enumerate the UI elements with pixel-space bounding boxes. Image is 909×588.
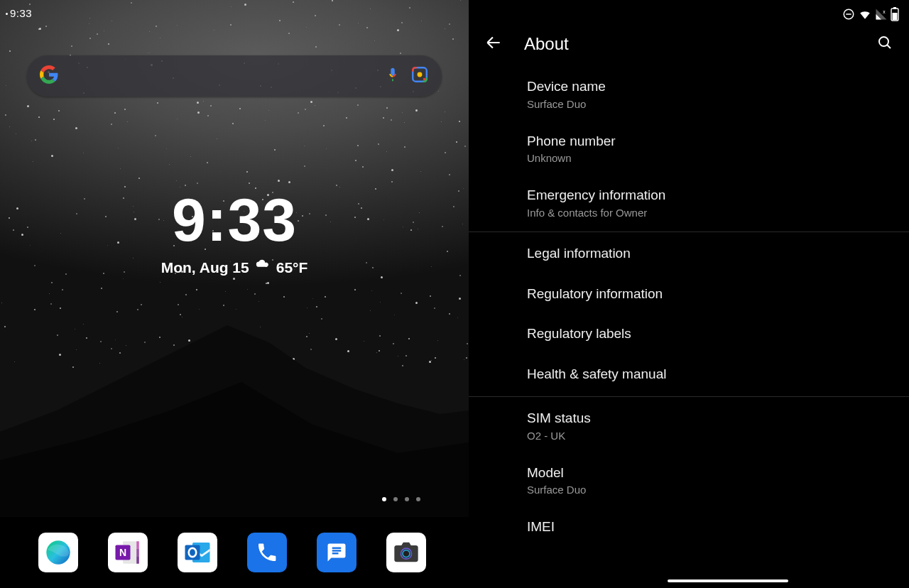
- settings-about-screen: x About Device nameSurface DuoPhone numb…: [469, 0, 909, 588]
- settings-item[interactable]: Phone numberUnknown: [469, 121, 909, 176]
- page-dot: [416, 497, 420, 501]
- page-dot: [405, 497, 409, 501]
- page-title: About: [524, 34, 569, 54]
- svg-rect-5: [136, 541, 139, 549]
- settings-item[interactable]: IMEI: [469, 507, 909, 548]
- search-button[interactable]: [876, 34, 893, 54]
- svg-point-23: [879, 37, 888, 46]
- weather-icon: [255, 258, 271, 277]
- voice-search-icon[interactable]: [385, 67, 401, 85]
- settings-item-title: Regulatory labels: [527, 325, 909, 343]
- signal-icon: x: [875, 8, 888, 21]
- settings-item[interactable]: Device nameSurface Duo: [469, 67, 909, 121]
- page-dot: [393, 497, 398, 501]
- settings-item-title: IMEI: [527, 518, 909, 536]
- svg-line-24: [887, 45, 891, 48]
- settings-item-title: SIM status: [527, 410, 909, 428]
- statusbar-time: 9:33: [10, 7, 32, 19]
- settings-item-subtitle: Info & contacts for Owner: [527, 207, 909, 219]
- clock-time: 9:33: [0, 185, 469, 255]
- google-search-bar[interactable]: [27, 55, 442, 97]
- camera-app-icon[interactable]: [386, 533, 426, 572]
- settings-item-subtitle: O2 - UK: [527, 430, 909, 442]
- status-notification-dot: [6, 13, 8, 15]
- svg-rect-22: [893, 13, 898, 20]
- settings-item[interactable]: Regulatory information: [469, 274, 909, 315]
- svg-rect-7: [136, 556, 139, 564]
- settings-item-title: Emergency information: [527, 187, 909, 205]
- settings-item-title: Health & safety manual: [527, 366, 909, 383]
- onenote-app-icon[interactable]: N: [108, 533, 148, 572]
- wifi-icon: [858, 8, 872, 21]
- settings-item-title: Regulatory information: [527, 285, 909, 303]
- clock-widget[interactable]: 9:33 Mon, Aug 15 65°F: [0, 185, 469, 277]
- settings-item[interactable]: Health & safety manual: [469, 354, 909, 395]
- back-button[interactable]: [484, 33, 503, 55]
- settings-item[interactable]: SIM statusO2 - UK: [469, 398, 909, 453]
- settings-item[interactable]: Regulatory labels: [469, 314, 909, 354]
- svg-rect-6: [136, 549, 139, 557]
- settings-item[interactable]: ModelSurface Duo: [469, 453, 909, 508]
- statusbar-right: x: [842, 7, 899, 21]
- gesture-nav-bar[interactable]: [668, 579, 788, 582]
- settings-item[interactable]: Emergency informationInfo & contacts for…: [469, 175, 909, 230]
- settings-item[interactable]: Legal information: [469, 234, 909, 274]
- settings-item-subtitle: Unknown: [527, 152, 909, 164]
- divider: [469, 396, 909, 397]
- battery-icon: [891, 7, 899, 21]
- divider: [469, 232, 909, 232]
- clock-temp: 65°F: [276, 259, 308, 276]
- settings-item-title: Model: [527, 464, 909, 482]
- edge-app-icon[interactable]: [38, 533, 78, 572]
- outlook-app-icon[interactable]: [178, 533, 217, 572]
- dnd-icon: [842, 8, 855, 21]
- svg-text:N: N: [119, 547, 126, 558]
- svg-text:x: x: [883, 9, 886, 14]
- page-indicator: [382, 497, 420, 501]
- settings-item-title: Legal information: [527, 245, 909, 263]
- google-logo-icon: [40, 65, 58, 87]
- settings-topbar: About: [469, 21, 909, 67]
- clock-date: Mon, Aug 15: [161, 259, 249, 276]
- page-dot: [382, 497, 386, 501]
- google-lens-icon[interactable]: [410, 65, 429, 87]
- dock: N: [0, 517, 469, 588]
- svg-point-2: [423, 78, 425, 80]
- svg-rect-21: [893, 7, 896, 9]
- home-screen[interactable]: 9:33: [0, 0, 469, 588]
- settings-item-subtitle: Surface Duo: [527, 98, 909, 110]
- settings-item-subtitle: Surface Duo: [527, 484, 909, 496]
- messages-app-icon[interactable]: [317, 533, 356, 572]
- settings-item-title: Device name: [527, 78, 909, 96]
- svg-point-1: [418, 72, 423, 77]
- settings-list[interactable]: Device nameSurface DuoPhone numberUnknow…: [469, 67, 909, 588]
- phone-app-icon[interactable]: [247, 533, 287, 572]
- settings-item-title: Phone number: [527, 133, 909, 151]
